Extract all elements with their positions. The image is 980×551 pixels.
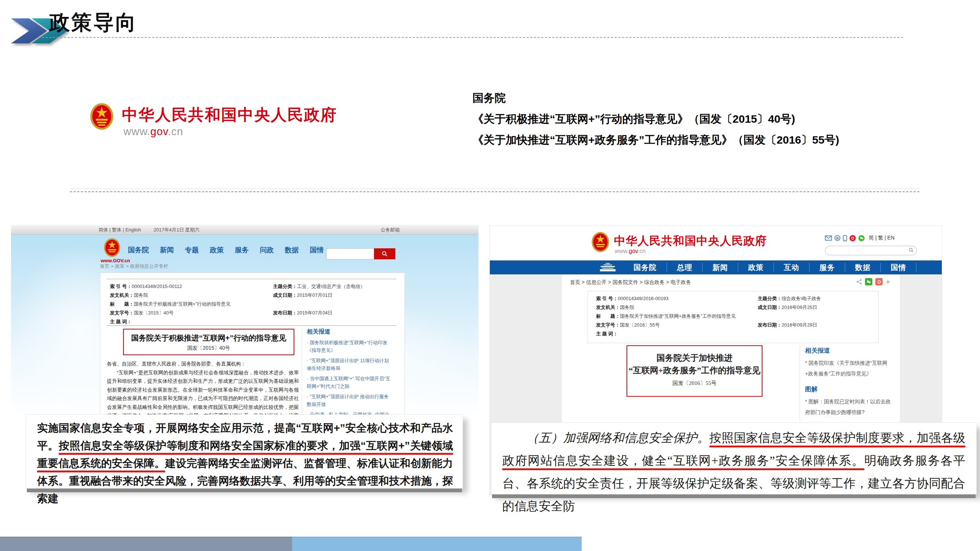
meta-value: 2015年07月01日 <box>297 291 332 300</box>
mail-icon[interactable] <box>825 235 832 241</box>
meta-value: 国务院关于积极推进“互联网+”行动的指导意见 <box>134 300 231 308</box>
document-number: 国发〔2016〕55号 <box>627 380 762 387</box>
nav-item[interactable]: 数据 <box>285 245 299 255</box>
breadcrumb[interactable]: 首页 > 信息公开 > 国务院文件 > 综合政务 > 电子政务 <box>570 279 691 286</box>
meta-value: 000014349/2016-00193 <box>618 294 668 303</box>
meta-value: 综合政务\电子政务 <box>781 294 821 303</box>
nav-item[interactable]: 服务 <box>810 263 845 272</box>
slide: 政策导向 中华人民共和国中央人民政府 www.gov.cn 国务院 《关于积极推… <box>0 0 980 551</box>
language-switch[interactable]: 简体 | 繁体 | English <box>99 227 141 233</box>
nav-item[interactable]: 国情 <box>310 245 324 255</box>
left-site-logo-url: www.GOV.cn <box>101 258 130 264</box>
meta-value: 2016年09月29日 <box>781 321 817 330</box>
nav-item[interactable]: 政策 <box>738 263 774 272</box>
nav-item[interactable]: 新闻 <box>703 263 738 272</box>
gov-banner-url: www.gov.cn <box>124 125 183 138</box>
meta-label: 索 引 号： <box>110 282 132 291</box>
nav-item[interactable]: 新闻 <box>160 245 174 255</box>
search-input[interactable] <box>326 248 374 259</box>
footer-bar-gray <box>0 537 292 551</box>
tiananmen-icon[interactable] <box>597 263 619 272</box>
left-quote-callout: 实施国家信息安全专项，开展网络安全应用示范，提高“互联网+”安全核心技术和产品水… <box>26 414 463 489</box>
right-site-utility-icons: 简 | 繁 | EN <box>825 235 894 241</box>
related-news-link[interactable]: · 国务院就积极推进“互联网+”行动印发《指导意见》 <box>307 339 392 354</box>
meta-col-left: 索 引 号：000014349/2016-00193 发文机关：国务院 标 题：… <box>596 294 736 338</box>
meta-value: 000014349/2015-00112 <box>132 282 182 291</box>
related-news-sidebar: 相关报道 * 国务院印发《关于加快推进“互联网+政务服务”工作的指导意见》 图解… <box>805 346 892 420</box>
more-share-icon[interactable] <box>886 279 890 284</box>
sidebar-divider <box>302 328 302 416</box>
related-news-link[interactable]: * 国务院印发《关于加快推进“互联网+政务服务”工作的指导意见》 <box>805 358 892 379</box>
url-www: www. <box>124 125 150 137</box>
policy-issuer: 国务院 <box>473 87 839 108</box>
left-site-topbar: 简体 | 繁体 | English 2017年4月1日 星期六 公务邮箱 <box>11 225 479 235</box>
left-site-emblem-icon <box>103 238 121 259</box>
nav-item[interactable]: 国务院 <box>128 245 149 255</box>
document-title-box: 国务院关于加快推进 “互联网+政务服务”工作的指导意见 国发〔2016〕55号 <box>627 345 762 397</box>
list-icon[interactable] <box>835 235 840 241</box>
document-meta-box: 索 引 号：000014349/2015-00112 发文机关：国务院 标 题：… <box>107 279 396 326</box>
search-button[interactable] <box>374 248 395 259</box>
meta-value: 国发〔2016〕55号 <box>620 321 660 330</box>
right-site-url: www.gov.cn <box>615 248 646 254</box>
body-paragraph: “互联网+”是把互联网的创新成果与经济社会各领域深度融合，推动技术进步、效率提升… <box>107 368 299 418</box>
left-site-document-panel: 索 引 号：000014349/2015-00112 发文机关：国务院 标 题：… <box>100 273 405 417</box>
meta-label: 标 题： <box>596 312 620 321</box>
document-meta-box: 索 引 号：000014349/2016-00193 发文机关：国务院 标 题：… <box>587 291 878 343</box>
nav-item[interactable]: 专题 <box>185 245 199 255</box>
footer-bar-blue <box>292 537 582 551</box>
meta-label: 主题分类： <box>758 294 781 303</box>
meta-label: 发文字号： <box>596 321 620 330</box>
url-cn: .cn <box>638 248 646 254</box>
meta-label: 发布日期： <box>758 321 781 330</box>
share-toolbar <box>856 278 890 286</box>
meta-col-right: 主题分类：综合政务\电子政务 成文日期：2016年09月25日 发布日期：201… <box>758 294 821 330</box>
related-news-title: 相关报道 <box>307 328 392 336</box>
nav-item[interactable]: 总理 <box>667 263 703 272</box>
meta-label: 主 题 词： <box>596 330 618 338</box>
language-switch[interactable]: 简 | 繁 | EN <box>869 235 894 241</box>
divider-dashed-mid <box>70 191 920 192</box>
related-news-sidebar: 相关报道 · 国务院就积极推进“互联网+”行动印发《指导意见》 · “互联网+”… <box>307 328 392 417</box>
infographic-title: 图解 <box>805 385 892 394</box>
infographic-link[interactable]: * 图解：国务院已定时间表！以后去政府部门办事能少跑哪些腿? <box>805 396 892 418</box>
related-news-link[interactable]: · “互联网+”顶层设计出炉 推动出行服务数据开放 <box>307 393 392 408</box>
search-icon <box>382 251 388 257</box>
official-mail-link[interactable]: 公务邮箱 <box>381 227 400 233</box>
wechat-share-icon[interactable] <box>865 278 872 286</box>
meta-label: 发文机关： <box>110 291 134 300</box>
meta-col-right: 主题分类：工业、交通\信息产业（含电信） 成文日期：2015年07月01日 发布… <box>273 282 365 318</box>
nav-item[interactable]: 政策 <box>210 245 224 255</box>
meta-value: 国务院关于加快推进“互联网+政务服务”工作的指导意见 <box>620 312 736 321</box>
meta-label: 索 引 号： <box>596 294 618 303</box>
weibo-icon[interactable] <box>850 235 856 241</box>
weibo-share-icon[interactable] <box>875 278 883 286</box>
meta-label: 发布日期： <box>273 308 297 318</box>
nav-item[interactable]: 问政 <box>260 245 274 255</box>
related-news-link[interactable]: · 当中国遇上互联网“+” 写在中国开启“互联网+”时代大门之际 <box>307 375 392 390</box>
mobile-icon[interactable] <box>843 235 847 241</box>
nav-item[interactable]: 互动 <box>774 263 810 272</box>
nav-item[interactable]: 国务院 <box>624 263 667 272</box>
nav-item[interactable]: 服务 <box>235 245 249 255</box>
nav-item[interactable]: 国情 <box>881 263 916 272</box>
breadcrumb[interactable]: 首页 > 政策 > 政府信息公开专栏 <box>100 263 168 270</box>
url-cn: .cn <box>168 125 183 137</box>
share-icon[interactable] <box>856 279 862 285</box>
salutation: 各省、自治区、直辖市人民政府，国务院各部委、各直属机构： <box>107 360 299 368</box>
quote-text-italic: （五）加强网络和信息安全保护。 <box>527 431 710 445</box>
document-title-line2: “互联网+政务服务”工作的指导意见 <box>627 364 762 377</box>
wechat-icon[interactable] <box>858 235 865 241</box>
nav-item[interactable]: 数据 <box>845 263 881 272</box>
policy-doc-list: 国务院 《关于积极推进“互联网+”行动的指导意见》（国发〔2015〕40号) 《… <box>473 87 839 150</box>
related-news-link[interactable]: · “互联网+”顶层设计出炉 11项行动计划催生经济新格局 <box>307 357 392 372</box>
national-emblem-icon <box>90 103 114 132</box>
search-input[interactable] <box>825 246 917 255</box>
meta-value: 国务院 <box>134 291 148 300</box>
right-quote-callout: （五）加强网络和信息安全保护。按照国家信息安全等级保护制度要求，加强各级政府网站… <box>491 422 977 494</box>
meta-value: 国发〔2015〕40号 <box>134 308 173 318</box>
url-gov: gov <box>150 125 168 137</box>
document-body: 各省、自治区、直辖市人民政府，国务院各部委、各直属机构： “互联网+”是把互联网… <box>107 360 299 417</box>
screenshot-gov-2015: 简体 | 繁体 | English 2017年4月1日 星期六 公务邮箱 www… <box>11 225 479 417</box>
right-site-header: 中华人民共和国中央人民政府 www.gov.cn 简 | 繁 | EN <box>490 226 942 260</box>
